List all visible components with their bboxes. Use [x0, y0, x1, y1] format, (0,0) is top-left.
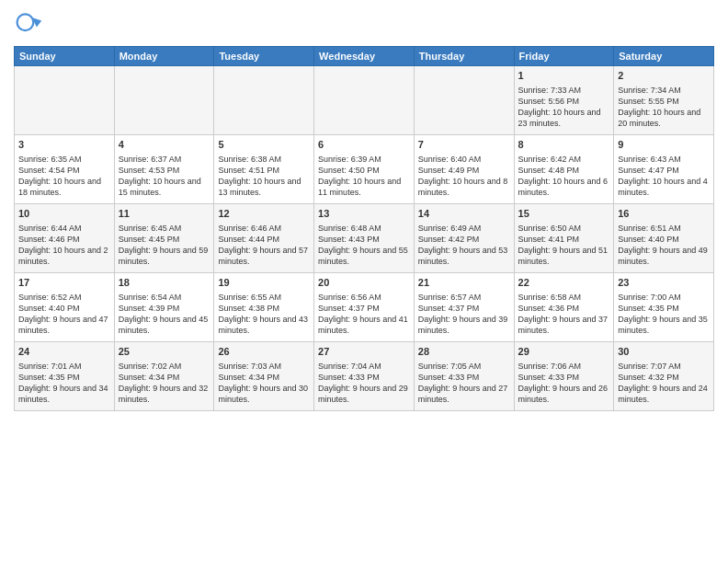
- day-info: Sunrise: 6:35 AM Sunset: 4:54 PM Dayligh…: [18, 154, 110, 199]
- day-number: 7: [418, 138, 510, 152]
- day-number: 4: [119, 138, 210, 152]
- calendar-cell: 26Sunrise: 7:03 AM Sunset: 4:34 PM Dayli…: [214, 342, 314, 411]
- day-number: 25: [119, 345, 210, 359]
- day-info: Sunrise: 7:05 AM Sunset: 4:33 PM Dayligh…: [418, 361, 510, 406]
- col-header-thursday: Thursday: [414, 47, 514, 66]
- day-number: 5: [218, 138, 310, 152]
- day-info: Sunrise: 6:40 AM Sunset: 4:49 PM Dayligh…: [418, 154, 510, 199]
- day-number: 3: [18, 138, 110, 152]
- day-info: Sunrise: 7:06 AM Sunset: 4:33 PM Dayligh…: [518, 361, 610, 406]
- day-info: Sunrise: 7:34 AM Sunset: 5:55 PM Dayligh…: [618, 85, 710, 130]
- day-info: Sunrise: 6:55 AM Sunset: 4:38 PM Dayligh…: [218, 292, 310, 337]
- calendar-cell: 29Sunrise: 7:06 AM Sunset: 4:33 PM Dayli…: [514, 342, 614, 411]
- calendar-cell: 14Sunrise: 6:49 AM Sunset: 4:42 PM Dayli…: [414, 204, 514, 273]
- day-info: Sunrise: 6:48 AM Sunset: 4:43 PM Dayligh…: [318, 223, 410, 268]
- day-info: Sunrise: 6:50 AM Sunset: 4:41 PM Dayligh…: [518, 223, 610, 268]
- day-number: 19: [218, 276, 310, 290]
- day-info: Sunrise: 6:51 AM Sunset: 4:40 PM Dayligh…: [618, 223, 710, 268]
- week-row-5: 24Sunrise: 7:01 AM Sunset: 4:35 PM Dayli…: [15, 342, 714, 411]
- day-info: Sunrise: 6:37 AM Sunset: 4:53 PM Dayligh…: [119, 154, 210, 199]
- calendar-cell: 4Sunrise: 6:37 AM Sunset: 4:53 PM Daylig…: [114, 135, 214, 204]
- day-info: Sunrise: 6:56 AM Sunset: 4:37 PM Dayligh…: [318, 292, 410, 337]
- calendar-cell: 25Sunrise: 7:02 AM Sunset: 4:34 PM Dayli…: [114, 342, 214, 411]
- day-number: 16: [618, 207, 710, 221]
- day-info: Sunrise: 6:39 AM Sunset: 4:50 PM Dayligh…: [318, 154, 410, 199]
- day-info: Sunrise: 7:00 AM Sunset: 4:35 PM Dayligh…: [618, 292, 710, 337]
- calendar-cell: 15Sunrise: 6:50 AM Sunset: 4:41 PM Dayli…: [514, 204, 614, 273]
- day-number: 18: [119, 276, 210, 290]
- day-number: 15: [518, 207, 610, 221]
- calendar-cell: 19Sunrise: 6:55 AM Sunset: 4:38 PM Dayli…: [214, 273, 314, 342]
- calendar-cell: [414, 66, 514, 135]
- day-info: Sunrise: 7:01 AM Sunset: 4:35 PM Dayligh…: [18, 361, 110, 406]
- week-row-4: 17Sunrise: 6:52 AM Sunset: 4:40 PM Dayli…: [15, 273, 714, 342]
- calendar-cell: 20Sunrise: 6:56 AM Sunset: 4:37 PM Dayli…: [314, 273, 415, 342]
- calendar-cell: [214, 66, 314, 135]
- day-info: Sunrise: 6:57 AM Sunset: 4:37 PM Dayligh…: [418, 292, 510, 337]
- day-number: 29: [518, 345, 610, 359]
- day-number: 26: [218, 345, 310, 359]
- col-header-sunday: Sunday: [15, 47, 115, 66]
- day-info: Sunrise: 7:03 AM Sunset: 4:34 PM Dayligh…: [218, 361, 310, 406]
- day-number: 8: [518, 138, 610, 152]
- day-info: Sunrise: 6:38 AM Sunset: 4:51 PM Dayligh…: [218, 154, 310, 199]
- day-number: 27: [318, 345, 410, 359]
- day-info: Sunrise: 7:07 AM Sunset: 4:32 PM Dayligh…: [618, 361, 710, 406]
- day-number: 21: [418, 276, 510, 290]
- page: SundayMondayTuesdayWednesdayThursdayFrid…: [0, 0, 728, 563]
- calendar-cell: 13Sunrise: 6:48 AM Sunset: 4:43 PM Dayli…: [314, 204, 415, 273]
- day-number: 17: [18, 276, 110, 290]
- calendar-cell: 30Sunrise: 7:07 AM Sunset: 4:32 PM Dayli…: [614, 342, 714, 411]
- calendar-cell: 2Sunrise: 7:34 AM Sunset: 5:55 PM Daylig…: [614, 66, 714, 135]
- calendar-cell: 11Sunrise: 6:45 AM Sunset: 4:45 PM Dayli…: [114, 204, 214, 273]
- calendar-cell: 9Sunrise: 6:43 AM Sunset: 4:47 PM Daylig…: [614, 135, 714, 204]
- calendar-cell: 16Sunrise: 6:51 AM Sunset: 4:40 PM Dayli…: [614, 204, 714, 273]
- day-number: 11: [119, 207, 210, 221]
- day-number: 22: [518, 276, 610, 290]
- day-number: 28: [418, 345, 510, 359]
- calendar-cell: 27Sunrise: 7:04 AM Sunset: 4:33 PM Dayli…: [314, 342, 415, 411]
- day-number: 10: [18, 207, 110, 221]
- day-info: Sunrise: 7:02 AM Sunset: 4:34 PM Dayligh…: [119, 361, 210, 406]
- col-header-tuesday: Tuesday: [214, 47, 314, 66]
- logo: [14, 9, 47, 39]
- week-row-2: 3Sunrise: 6:35 AM Sunset: 4:54 PM Daylig…: [15, 135, 714, 204]
- day-number: 14: [418, 207, 510, 221]
- day-number: 20: [318, 276, 410, 290]
- day-info: Sunrise: 6:49 AM Sunset: 4:42 PM Dayligh…: [418, 223, 510, 268]
- calendar-cell: [114, 66, 214, 135]
- day-number: 1: [518, 69, 610, 83]
- calendar-cell: 7Sunrise: 6:40 AM Sunset: 4:49 PM Daylig…: [414, 135, 514, 204]
- calendar-cell: 21Sunrise: 6:57 AM Sunset: 4:37 PM Dayli…: [414, 273, 514, 342]
- calendar-cell: 18Sunrise: 6:54 AM Sunset: 4:39 PM Dayli…: [114, 273, 214, 342]
- day-number: 13: [318, 207, 410, 221]
- calendar-cell: 12Sunrise: 6:46 AM Sunset: 4:44 PM Dayli…: [214, 204, 314, 273]
- calendar-header-row: SundayMondayTuesdayWednesdayThursdayFrid…: [15, 47, 714, 66]
- day-info: Sunrise: 6:54 AM Sunset: 4:39 PM Dayligh…: [119, 292, 210, 337]
- header: [14, 9, 714, 39]
- col-header-friday: Friday: [514, 47, 614, 66]
- calendar-cell: 28Sunrise: 7:05 AM Sunset: 4:33 PM Dayli…: [414, 342, 514, 411]
- calendar-cell: 1Sunrise: 7:33 AM Sunset: 5:56 PM Daylig…: [514, 66, 614, 135]
- calendar-cell: 10Sunrise: 6:44 AM Sunset: 4:46 PM Dayli…: [15, 204, 115, 273]
- day-info: Sunrise: 6:42 AM Sunset: 4:48 PM Dayligh…: [518, 154, 610, 199]
- week-row-1: 1Sunrise: 7:33 AM Sunset: 5:56 PM Daylig…: [15, 66, 714, 135]
- calendar-table: SundayMondayTuesdayWednesdayThursdayFrid…: [14, 46, 714, 411]
- day-info: Sunrise: 7:33 AM Sunset: 5:56 PM Dayligh…: [518, 85, 610, 130]
- day-number: 24: [18, 345, 110, 359]
- day-number: 2: [618, 69, 710, 83]
- day-number: 9: [618, 138, 710, 152]
- day-info: Sunrise: 6:44 AM Sunset: 4:46 PM Dayligh…: [18, 223, 110, 268]
- calendar-cell: 5Sunrise: 6:38 AM Sunset: 4:51 PM Daylig…: [214, 135, 314, 204]
- calendar-cell: 23Sunrise: 7:00 AM Sunset: 4:35 PM Dayli…: [614, 273, 714, 342]
- day-info: Sunrise: 7:04 AM Sunset: 4:33 PM Dayligh…: [318, 361, 410, 406]
- day-number: 12: [218, 207, 310, 221]
- day-number: 6: [318, 138, 410, 152]
- calendar-cell: 24Sunrise: 7:01 AM Sunset: 4:35 PM Dayli…: [15, 342, 115, 411]
- day-number: 23: [618, 276, 710, 290]
- col-header-saturday: Saturday: [614, 47, 714, 66]
- day-info: Sunrise: 6:45 AM Sunset: 4:45 PM Dayligh…: [119, 223, 210, 268]
- col-header-monday: Monday: [114, 47, 214, 66]
- col-header-wednesday: Wednesday: [314, 47, 415, 66]
- calendar-cell: 8Sunrise: 6:42 AM Sunset: 4:48 PM Daylig…: [514, 135, 614, 204]
